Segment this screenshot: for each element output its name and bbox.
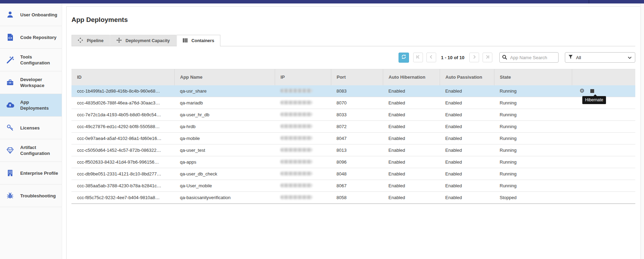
sidebar-item-enterprise-profile[interactable]: Enterprise Profile <box>0 162 62 185</box>
table-row[interactable]: ccc-49c27876-ed1c-4292-b0f8-550588… qa-h… <box>71 121 635 133</box>
scrollbar-track[interactable] <box>641 3 644 259</box>
col-header-app-name[interactable]: App Name <box>174 69 275 85</box>
table-row[interactable]: ccc-0e97aea4-a5af-4102-86a1-fd60e16… qa-… <box>71 133 635 144</box>
cell-state: Running <box>494 133 572 144</box>
sidebar-item-label: Tools Configuration <box>20 54 58 66</box>
state-filter-select[interactable]: All <box>565 52 635 63</box>
previous-page-button[interactable] <box>426 53 436 62</box>
sidebar-item-troubleshooting[interactable]: Troubleshooting <box>0 185 62 207</box>
cell-auto-passivation: Enabled <box>440 121 494 133</box>
cell-id: ccc-4835d026-788f-46ea-a76d-30aac3… <box>71 97 174 109</box>
cell-port: 8058 <box>331 192 383 204</box>
cell-port: 8070 <box>331 97 383 109</box>
main-panel: App Deployments Pipeline Deployment Capa… <box>62 3 641 259</box>
filter-selected-value: All <box>576 55 628 60</box>
table-row[interactable]: ccc-c5050d64-1452-4c57-872b-086322… qa-u… <box>71 144 635 156</box>
sidebar-item-developer-workspace[interactable]: Developer Workspace <box>0 71 62 94</box>
diamond-icon <box>6 146 14 155</box>
col-header-auto-hibernation[interactable]: Auto Hibernation <box>383 69 440 85</box>
hibernate-tooltip: Hibernate <box>582 96 606 104</box>
magic-wand-icon <box>6 56 14 64</box>
cell-auto-passivation: Enabled <box>440 144 494 156</box>
cell-auto-hibernation: Enabled <box>383 180 440 192</box>
sidebar-item-app-deployments[interactable]: App Deployments <box>0 94 62 117</box>
pipeline-arrows-icon <box>78 38 83 44</box>
ip-redacted-value <box>280 172 312 175</box>
table-row[interactable]: ccc-1b499fa1-2d98-416b-8c4b-960e68… qa-u… <box>71 85 635 97</box>
col-header-state[interactable]: State <box>494 69 572 85</box>
next-page-button[interactable] <box>469 53 479 62</box>
cell-auto-hibernation: Enabled <box>383 133 440 144</box>
cell-port: 8013 <box>331 144 383 156</box>
table-row[interactable]: ccc-f85c75c2-9232-4ee7-b404-9810a8… qa-b… <box>71 192 635 204</box>
tab-pipeline[interactable]: Pipeline <box>71 35 110 46</box>
sidebar-item-label: Developer Workspace <box>20 77 58 88</box>
move-arrows-icon <box>116 38 122 44</box>
last-page-icon <box>485 54 490 61</box>
cell-app-name: qa-user_db_check <box>174 168 275 180</box>
cell-id: ccc-f85c75c2-9232-4ee7-b404-9810a8… <box>71 192 174 204</box>
toolbar: 1 - 10 of 10 <box>71 52 635 63</box>
sidebar-item-label: Troubleshooting <box>20 193 56 199</box>
cell-auto-passivation: Enabled <box>440 133 494 144</box>
table-row[interactable]: ccc-385aa5ab-3788-4230-b78a-b2841c… qa-U… <box>71 180 635 192</box>
hibernate-stop-icon[interactable] <box>590 89 594 93</box>
tab-deployment-capacity[interactable]: Deployment Capacity <box>110 35 176 46</box>
cell-ip <box>275 156 331 168</box>
tooltip-caret <box>593 94 597 96</box>
cell-auto-passivation: Enabled <box>440 180 494 192</box>
table-row[interactable]: ccc-7e72c1da-4193-4b05-b8d0-6b9c54… qa-u… <box>71 109 635 121</box>
cell-app-name: qa-User_mobile <box>174 180 275 192</box>
cell-auto-passivation: Enabled <box>440 85 494 97</box>
tab-bar: Pipeline Deployment Capacity Containers <box>71 35 635 46</box>
col-header-id[interactable]: ID <box>71 69 174 85</box>
cell-state: Running <box>494 109 572 121</box>
cell-state: Running <box>494 97 572 109</box>
cell-actions: ⚙ Hibernate <box>572 85 635 97</box>
cell-auto-hibernation: Enabled <box>383 97 440 109</box>
cell-auto-passivation: Enabled <box>440 97 494 109</box>
ip-redacted-value <box>280 112 312 116</box>
containers-table: ID App Name IP Port Auto Hibernation Aut… <box>71 69 635 204</box>
sidebar-item-label: Enterprise Profile <box>20 170 58 176</box>
cell-actions <box>572 144 635 156</box>
table-row[interactable]: ccc-ff502633-8432-41d4-97b6-996156… qa-a… <box>71 156 635 168</box>
ip-redacted-value <box>280 89 312 93</box>
top-navbar <box>0 0 644 3</box>
cell-state: Running <box>494 85 572 97</box>
cell-ip <box>275 97 331 109</box>
cell-app-name: qa-mariadb <box>174 97 275 109</box>
table-row[interactable]: ccc-4835d026-788f-46ea-a76d-30aac3… qa-m… <box>71 97 635 109</box>
col-header-ip[interactable]: IP <box>275 69 331 85</box>
sidebar-item-label: Licenses <box>20 125 40 131</box>
user-icon <box>6 10 14 19</box>
cell-auto-hibernation: Enabled <box>383 144 440 156</box>
col-header-auto-passivation[interactable]: Auto Passivation <box>440 69 494 85</box>
cell-state: Running <box>494 121 572 133</box>
chevron-down-icon <box>628 54 632 61</box>
ip-redacted-value <box>280 148 312 152</box>
col-header-port[interactable]: Port <box>331 69 383 85</box>
sidebar-item-code-repository[interactable]: Code Repository <box>0 26 62 49</box>
first-page-button[interactable] <box>413 53 423 62</box>
containers-table-body: ccc-1b499fa1-2d98-416b-8c4b-960e68… qa-u… <box>71 85 635 204</box>
sidebar-item-licenses[interactable]: Licenses <box>0 117 62 139</box>
sidebar-item-user-onboarding[interactable]: User Onboarding <box>0 3 62 26</box>
cell-ip <box>275 192 331 204</box>
page-title: App Deployments <box>71 16 635 24</box>
cell-actions <box>572 133 635 144</box>
table-row[interactable]: ccc-db9be051-2331-4121-8c10-8bd277… qa-u… <box>71 168 635 180</box>
cell-ip <box>275 168 331 180</box>
tab-containers[interactable]: Containers <box>176 35 220 46</box>
sidebar-item-tools-configuration[interactable]: Tools Configuration <box>0 49 62 71</box>
last-page-button[interactable] <box>483 53 492 62</box>
refresh-button[interactable] <box>399 53 409 63</box>
search-input[interactable] <box>499 52 559 63</box>
settings-gear-icon[interactable]: ⚙ <box>579 88 584 93</box>
cell-app-name: qa-apps <box>174 156 275 168</box>
cell-port: 8047 <box>331 133 383 144</box>
columns-icon <box>183 38 188 44</box>
cell-id: ccc-db9be051-2331-4121-8c10-8bd277… <box>71 168 174 180</box>
sidebar-item-artifact-configuration[interactable]: Artifact Configuration <box>0 139 62 162</box>
cell-actions <box>572 168 635 180</box>
